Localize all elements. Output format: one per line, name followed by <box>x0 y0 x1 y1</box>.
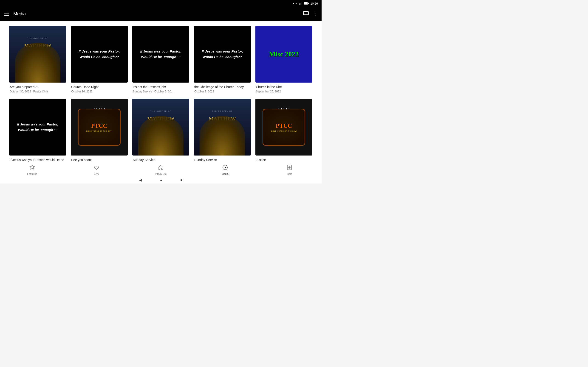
media-item-3[interactable]: If Jesus was your Pastor,Would He be eno… <box>132 26 189 93</box>
media-thumbnail-2: If Jesus was your Pastor,Would He be eno… <box>71 26 128 83</box>
media-meta-5: September 25, 2022 <box>256 90 312 93</box>
recents-button[interactable]: ■ <box>181 178 182 182</box>
media-meta-4: October 9, 2022 <box>194 90 250 93</box>
media-thumbnail-7: ✦ ✦ ✦ ✦ ✦ PTCC BIBLE VERSE OF THE DAY! <box>71 99 128 156</box>
crown-decoration-8 <box>138 116 183 156</box>
jesus-pastor-text-4: If Jesus was your Pastor,Would He be eno… <box>194 26 251 83</box>
media-item-9[interactable]: THE GOSPEL OF MATTHEW Sunday Service 9.0… <box>194 99 251 163</box>
svg-marker-11 <box>225 167 226 168</box>
media-thumbnail-9: THE GOSPEL OF MATTHEW <box>194 99 251 156</box>
ptcc-life-label: PTCC Life <box>155 173 167 175</box>
app-header: Media ⋮ <box>0 7 321 21</box>
ptcc-sub-text-10: BIBLE VERSE OF THE DAY! <box>271 130 297 132</box>
media-info-6: If Jesus was your Pastor, would He be e.… <box>9 158 66 163</box>
svg-rect-2 <box>301 2 301 5</box>
media-info-7: See you soon! August 26, 2022 · Pastor C… <box>71 158 128 163</box>
media-content: THE GOSPEL OF MATTHEW Are you prepared??… <box>0 21 321 163</box>
media-item-1[interactable]: THE GOSPEL OF MATTHEW Are you prepared??… <box>9 26 66 93</box>
ptcc-badge-7: ✦ ✦ ✦ ✦ ✦ PTCC BIBLE VERSE OF THE DAY! <box>78 109 121 146</box>
nav-item-media[interactable]: Media <box>216 165 234 175</box>
media-title-3: It's not the Pastor's job! <box>133 85 189 89</box>
media-label: Media <box>222 173 229 175</box>
svg-rect-3 <box>302 2 302 5</box>
featured-label: Featured <box>27 173 37 175</box>
ptcc-main-text-10: PTCC <box>276 123 292 129</box>
media-title-7: See you soon! <box>71 158 127 162</box>
ptcc-stars-10: ✦ ✦ ✦ ✦ ✦ <box>278 108 290 110</box>
svg-rect-1 <box>300 3 300 5</box>
media-thumbnail-4: If Jesus was your Pastor,Would He be eno… <box>194 26 251 83</box>
ptcc-main-text: PTCC <box>91 123 107 129</box>
media-title-6: If Jesus was your Pastor, would He be e.… <box>10 158 66 163</box>
media-info-1: Are you prepared?? October 30, 2022 · Pa… <box>9 85 66 93</box>
media-title-9: Sunday Service <box>194 158 250 162</box>
media-info-2: Church Done Right! October 16, 2022 <box>71 85 128 93</box>
battery-icon <box>304 2 309 5</box>
media-item-6[interactable]: If Jesus was your Pastor,Would He be eno… <box>9 99 66 163</box>
media-grid: THE GOSPEL OF MATTHEW Are you prepared??… <box>9 26 312 163</box>
bible-label: Bible <box>287 173 292 175</box>
media-thumbnail-1: THE GOSPEL OF MATTHEW <box>9 26 66 83</box>
header-left: Media <box>4 11 26 17</box>
media-item-5[interactable]: Misc 2022 Church in the Dirt! September … <box>255 26 312 93</box>
media-icon <box>222 165 228 172</box>
matthew-gospel-label-9: THE GOSPEL OF <box>212 110 233 112</box>
cast-icon[interactable] <box>303 11 309 17</box>
status-icons: ▲▲ 10:26 <box>292 2 318 6</box>
media-thumbnail-8: THE GOSPEL OF MATTHEW <box>132 99 189 156</box>
nav-item-give[interactable]: Give <box>87 165 106 175</box>
menu-button[interactable] <box>4 12 9 16</box>
media-thumbnail-5: Misc 2022 <box>255 26 312 83</box>
media-title-10: Justice <box>256 158 312 162</box>
jesus-pastor-text-6: If Jesus was your Pastor,Would He be eno… <box>9 99 66 156</box>
media-info-9: Sunday Service 9.04.2022 <box>194 158 251 163</box>
home-button[interactable]: ● <box>160 178 162 182</box>
featured-icon <box>29 165 35 172</box>
media-thumbnail-3: If Jesus was your Pastor,Would He be eno… <box>132 26 189 83</box>
matthew-gospel-label: THE GOSPEL OF <box>27 37 48 39</box>
media-info-3: It's not the Pastor's job! Sunday Servic… <box>132 85 189 93</box>
crown-decoration <box>15 43 61 83</box>
svg-rect-0 <box>299 3 300 5</box>
media-title-8: Sunday Service <box>133 158 189 162</box>
crown-decoration-9 <box>199 116 245 156</box>
system-navigation: ◀ ● ■ <box>0 177 321 184</box>
nav-item-featured[interactable]: Featured <box>23 165 41 175</box>
media-item-10[interactable]: ✦ ✦ ✦ ✦ ✦ PTCC BIBLE VERSE OF THE DAY! J… <box>255 99 312 163</box>
give-label: Give <box>94 172 99 175</box>
media-item-2[interactable]: If Jesus was your Pastor,Would He be eno… <box>71 26 128 93</box>
media-item-8[interactable]: THE GOSPEL OF MATTHEW Sunday Service 9.1… <box>132 99 189 163</box>
media-title-5: Church in the Dirt! <box>256 85 312 89</box>
ptcc-badge-10: ✦ ✦ ✦ ✦ ✦ PTCC BIBLE VERSE OF THE DAY! <box>262 109 305 146</box>
page-title: Media <box>13 11 26 17</box>
media-info-8: Sunday Service 9.11.2022 <box>132 158 189 163</box>
header-right: ⋮ <box>303 10 318 17</box>
status-bar: ▲▲ 10:26 <box>0 0 321 7</box>
media-thumbnail-10: ✦ ✦ ✦ ✦ ✦ PTCC BIBLE VERSE OF THE DAY! <box>255 99 312 156</box>
media-meta-1: October 30, 2022 · Pastor Chris <box>10 90 66 93</box>
media-info-5: Church in the Dirt! September 25, 2022 <box>255 85 312 93</box>
signal-icon <box>299 2 303 6</box>
more-options-icon[interactable]: ⋮ <box>312 10 318 17</box>
matthew-gospel-label-8: THE GOSPEL OF <box>150 110 171 112</box>
bible-icon <box>287 165 292 172</box>
media-title-1: Are you prepared?? <box>10 85 66 89</box>
media-title-2: Church Done Right! <box>71 85 127 89</box>
media-item-7[interactable]: ✦ ✦ ✦ ✦ ✦ PTCC BIBLE VERSE OF THE DAY! S… <box>71 99 128 163</box>
media-meta-2: October 16, 2022 <box>71 90 127 93</box>
svg-rect-6 <box>308 2 309 4</box>
media-info-10: Justice August 21, 2022 · Pastor Chris <box>255 158 312 163</box>
jesus-pastor-text-3: If Jesus was your Pastor,Would He be eno… <box>132 26 189 83</box>
media-title-4: the Challenge of the Church Today <box>194 85 250 89</box>
misc2022-text: Misc 2022 <box>255 26 312 83</box>
wifi-icon: ▲▲ <box>292 2 298 5</box>
media-item-4[interactable]: If Jesus was your Pastor,Would He be eno… <box>194 26 251 93</box>
svg-rect-5 <box>304 2 308 4</box>
back-button[interactable]: ◀ <box>139 178 142 182</box>
ptcc-sub-text: BIBLE VERSE OF THE DAY! <box>86 130 112 132</box>
ptcc-life-icon <box>158 165 164 172</box>
nav-item-bible[interactable]: Bible <box>280 165 299 175</box>
media-thumbnail-6: If Jesus was your Pastor,Would He be eno… <box>9 99 66 156</box>
give-icon <box>94 165 99 171</box>
nav-item-ptcc-life[interactable]: PTCC Life <box>152 165 170 175</box>
